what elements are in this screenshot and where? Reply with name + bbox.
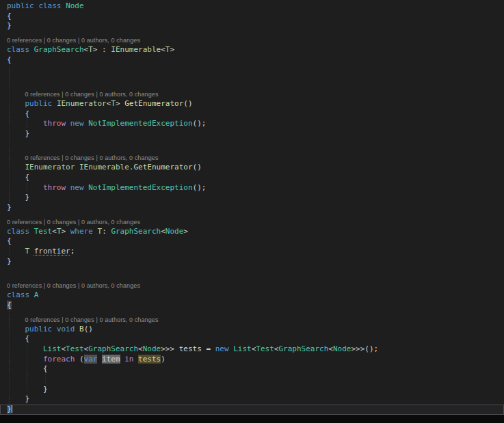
code-line[interactable]: } — [0, 394, 504, 405]
code-token: in — [124, 355, 133, 364]
codelens-line[interactable]: 0 references | 0 changes | 0 authors, 0 … — [0, 31, 504, 45]
code-token: T — [88, 45, 93, 54]
code-token: NotImplementedException — [88, 183, 192, 192]
codelens-line[interactable]: 0 references | 0 changes | 0 authors, 0 … — [0, 149, 504, 163]
code-token: GraphSearch — [88, 344, 138, 353]
code-token: } — [7, 193, 29, 202]
blank-line[interactable] — [0, 374, 504, 385]
codelens-indicator[interactable]: 0 references | 0 changes | 0 authors, 0 … — [25, 316, 158, 323]
code-line[interactable]: { — [0, 236, 504, 247]
code-line[interactable]: { — [0, 301, 504, 311]
editor[interactable]: public class Node{}0 references | 0 chan… — [0, 0, 504, 423]
code-token: Test — [34, 227, 53, 236]
code-token: { — [7, 109, 29, 118]
code-line[interactable]: { — [0, 364, 504, 374]
code-token: T — [111, 99, 116, 108]
code-line[interactable]: foreach (var item in tests) — [0, 355, 504, 365]
code-token: () — [84, 325, 93, 333]
code-line[interactable]: class Test<T> where T: GraphSearch<Node> — [0, 227, 504, 237]
code-line[interactable]: { — [0, 12, 504, 22]
codelens-line[interactable]: 0 references | 0 changes | 0 authors, 0 … — [0, 277, 504, 290]
code-token: < — [161, 45, 165, 54]
code-token — [7, 183, 43, 192]
code-token: } — [7, 203, 12, 212]
code-token: public — [25, 99, 53, 108]
code-token: class — [38, 1, 61, 10]
code-token — [75, 163, 79, 172]
code-line[interactable]: T frontier; — [0, 247, 504, 257]
code-token: } — [7, 257, 12, 266]
codelens-line[interactable]: 0 references | 0 changes | 0 authors, 0 … — [0, 213, 504, 227]
code-line[interactable]: public void B() — [0, 325, 504, 335]
code-token: : — [97, 45, 111, 54]
code-area[interactable]: public class Node{}0 references | 0 chan… — [0, 0, 504, 415]
code-line[interactable]: IEnumerator IEnumerable.GetEnumerator() — [0, 163, 504, 173]
code-line[interactable]: } — [0, 21, 504, 31]
code-line[interactable]: class GraphSearch<T> : IEnumerable<T> — [0, 45, 504, 55]
code-token: < — [161, 227, 165, 236]
current-code-line[interactable]: } — [0, 405, 504, 415]
code-token: ; — [70, 247, 75, 256]
code-line[interactable]: { — [0, 334, 504, 344]
codelens-indicator[interactable]: 0 references | 0 changes | 0 authors, 0 … — [7, 219, 140, 226]
code-line[interactable]: List<Test<GraphSearch<Node>>> tests = ne… — [0, 344, 504, 355]
code-token — [7, 325, 25, 333]
text-cursor — [12, 405, 12, 413]
code-token: new — [215, 344, 229, 353]
blank-line[interactable] — [0, 139, 504, 150]
code-token — [7, 344, 43, 353]
code-token: (); — [193, 183, 207, 192]
codelens-line[interactable]: 0 references | 0 changes | 0 authors, 0 … — [0, 85, 504, 99]
code-line[interactable]: } — [0, 385, 504, 395]
code-line[interactable]: } — [0, 129, 504, 139]
code-line[interactable]: { — [0, 173, 504, 183]
code-token — [29, 45, 34, 54]
code-line[interactable]: public class Node — [0, 1, 504, 12]
code-token — [52, 99, 57, 108]
code-token: : — [102, 227, 111, 236]
code-token: Node — [333, 344, 352, 353]
code-line[interactable]: } — [0, 193, 504, 203]
code-token: } — [7, 385, 48, 394]
codelens-indicator[interactable]: 0 references | 0 changes | 0 authors, 0 … — [7, 282, 140, 289]
code-line[interactable]: throw new NotImplementedException(); — [0, 119, 504, 129]
code-token: IEnumerator — [57, 99, 107, 108]
code-line[interactable]: public IEnumerator<T> GetEnumerator() — [0, 99, 504, 109]
code-line[interactable]: class A — [0, 290, 504, 301]
code-token: public — [25, 325, 53, 333]
hl-item-token: item — [102, 355, 120, 364]
code-token: GetEnumerator — [124, 99, 183, 108]
code-token: { — [7, 334, 29, 343]
codelens-indicator[interactable]: 0 references | 0 changes | 0 authors, 0 … — [25, 91, 158, 98]
code-token: { — [7, 236, 12, 245]
code-token: Node — [165, 227, 184, 236]
code-token: >>>(); — [351, 344, 378, 353]
code-token: > — [116, 99, 124, 108]
code-token: new — [70, 119, 84, 128]
code-token — [29, 290, 34, 299]
horizontal-scrollbar-track[interactable] — [0, 415, 504, 423]
code-token: throw — [43, 183, 66, 192]
code-line[interactable]: throw new NotImplementedException(); — [0, 183, 504, 193]
blank-line[interactable] — [0, 267, 504, 277]
code-token — [66, 183, 70, 192]
code-token: () — [193, 163, 202, 172]
code-line[interactable]: { — [0, 55, 504, 66]
code-token — [75, 325, 79, 333]
code-line[interactable]: { — [0, 109, 504, 120]
codelens-line[interactable]: 0 references | 0 changes | 0 authors, 0 … — [0, 311, 504, 325]
code-token: (); — [193, 119, 207, 128]
code-token: } — [7, 21, 12, 30]
squiggle-token: frontier — [34, 247, 70, 256]
code-line[interactable]: } — [0, 203, 504, 213]
code-token: GetEnumerator — [133, 163, 192, 172]
code-line[interactable]: } — [0, 257, 504, 267]
code-token: { — [7, 12, 12, 21]
blank-line[interactable] — [0, 65, 504, 75]
code-token: B — [79, 325, 84, 333]
code-token: } — [7, 394, 29, 403]
blank-line[interactable] — [0, 75, 504, 85]
code-token — [29, 227, 34, 236]
codelens-indicator[interactable]: 0 references | 0 changes | 0 authors, 0 … — [7, 37, 140, 44]
codelens-indicator[interactable]: 0 references | 0 changes | 0 authors, 0 … — [25, 154, 158, 161]
